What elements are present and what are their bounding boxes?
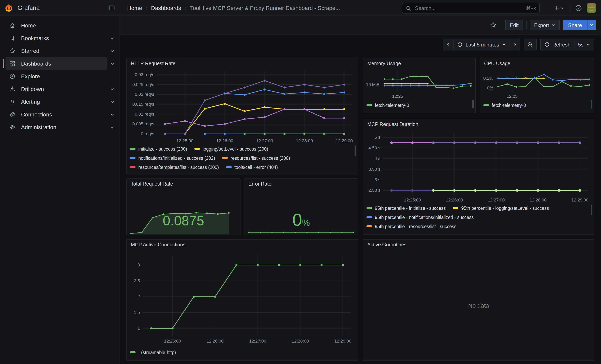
error-rate-sparkline	[245, 229, 357, 235]
legend-item[interactable]: 95th percentile - resources/list - succe…	[367, 224, 456, 229]
svg-text:2.5: 2.5	[134, 278, 140, 283]
cpu-usage-chart[interactable]: 0.2%0%12:25	[480, 69, 594, 98]
scrollbar-thumb[interactable]	[591, 205, 592, 215]
svg-text:4.50 s: 4.50 s	[369, 146, 381, 150]
sidebar-item-label: Bookmarks	[21, 35, 49, 41]
sidebar-item-alerting[interactable]: Alerting	[0, 95, 120, 108]
svg-text:0 req/s: 0 req/s	[141, 131, 154, 136]
legend-item[interactable]: initialize - success (200)	[130, 147, 187, 151]
search-input[interactable]	[414, 5, 523, 11]
legend-item[interactable]: fetch-telemetry-0	[367, 103, 409, 108]
legend-label: initialize - success (200)	[138, 147, 187, 151]
scrollbar-thumb[interactable]	[591, 100, 592, 108]
edit-button[interactable]: Edit	[505, 20, 523, 30]
sidebar-item-administration[interactable]: Administration	[0, 121, 120, 134]
panel-memory-usage: Memory Usage 16 MiB12:25 fetch-telemetry…	[363, 58, 476, 113]
avatar[interactable]	[587, 3, 596, 13]
legend-row: initialize - success (200)logging/setLev…	[130, 144, 358, 153]
legend-item[interactable]: notifications/initialized - success (202…	[130, 156, 215, 160]
share-menu-button[interactable]	[587, 20, 596, 30]
sidebar-item-home[interactable]: Home	[0, 19, 120, 32]
export-button[interactable]: Export	[530, 20, 560, 30]
legend-item[interactable]: - (streamable-http)	[130, 350, 176, 355]
mcp-active-connections-chart[interactable]: 11.522.5312:25:0012:26:0012:27:0012:28:0…	[127, 250, 358, 346]
legend-row: - (streamable-http)	[130, 348, 358, 357]
panel-title[interactable]: Active Goroutines	[363, 240, 594, 250]
angle-right-icon	[512, 42, 517, 47]
panel-title[interactable]: HTTP Request Rate	[127, 59, 358, 69]
time-forward-button[interactable]	[509, 39, 520, 50]
chevron-down-icon[interactable]	[107, 84, 117, 94]
time-range-picker[interactable]: Last 5 minutes	[453, 39, 510, 50]
legend-swatch	[483, 104, 489, 106]
home-icon	[9, 22, 16, 29]
legend-label: 95th percentile - resources/list - succe…	[375, 224, 456, 229]
sidebar-item-label: Explore	[21, 73, 40, 79]
time-back-button[interactable]	[443, 39, 453, 50]
scrollbar-thumb[interactable]	[355, 146, 356, 156]
legend-label: fetch-telemetry-0	[375, 103, 409, 108]
chevron-down-icon[interactable]	[107, 33, 117, 43]
new-menu-button[interactable]	[551, 3, 566, 13]
svg-text:0.005 req/s: 0.005 req/s	[132, 121, 154, 126]
sidebar-item-drilldown[interactable]: Drilldown	[0, 83, 120, 95]
svg-text:5 s: 5 s	[375, 135, 381, 140]
sidebar-item-starred[interactable]: Starred	[0, 45, 120, 57]
scrollbar-thumb[interactable]	[472, 100, 474, 108]
legend-item[interactable]: 95th percentile - initialize - success	[367, 206, 446, 210]
http-request-rate-chart[interactable]: 0 req/s0.005 req/s0.01 req/s0.015 req/s0…	[127, 69, 358, 144]
refresh-button[interactable]: Refresh	[540, 39, 574, 50]
panel-title[interactable]: Total Request Rate	[127, 179, 240, 189]
legend-item[interactable]: resources/list - success (200)	[222, 156, 290, 160]
panel-error-rate: Error Rate 0%	[244, 178, 358, 235]
share-button[interactable]: Share	[563, 20, 587, 30]
no-data-message: No data	[363, 250, 594, 360]
sidebar-item-dashboards[interactable]: Dashboards	[0, 57, 120, 70]
favorite-star-icon[interactable]	[488, 20, 499, 30]
stat-value: 0%	[244, 210, 358, 230]
breadcrumb: Home › Dashboards › ToolHive MCP Server …	[127, 5, 340, 11]
breadcrumb-dashboards[interactable]: Dashboards	[151, 5, 181, 11]
divider	[502, 21, 502, 29]
panel-title[interactable]: Memory Usage	[363, 59, 475, 69]
memory-legend: fetch-telemetry-0	[363, 98, 475, 112]
breadcrumb-home[interactable]: Home	[127, 5, 142, 11]
svg-text:12:28:00: 12:28:00	[530, 197, 547, 202]
panel-title[interactable]: MCP Active Connections	[127, 240, 358, 250]
chevron-down-icon[interactable]	[107, 109, 117, 120]
mcp-request-duration-chart[interactable]: 2.50 s3 s3.50 s4 s4.50 s5 s12:25:0012:26…	[363, 129, 594, 204]
chevron-down-icon[interactable]	[107, 97, 117, 107]
refresh-interval-label: 5s	[578, 41, 583, 48]
sidebar-toggle-icon[interactable]	[107, 3, 117, 13]
chevron-down-icon[interactable]	[107, 122, 117, 132]
svg-text:12:28:00: 12:28:00	[292, 339, 309, 344]
sidebar-item-explore[interactable]: Explore	[0, 70, 120, 83]
legend-item[interactable]: resources/templates/list - success (200)	[130, 165, 219, 169]
refresh-interval-picker[interactable]: 5s	[574, 39, 594, 50]
svg-text:12:25: 12:25	[392, 94, 403, 98]
legend-item[interactable]: 95th percentile - resources/templates/li…	[367, 233, 477, 234]
legend-item[interactable]: fetch-telemetry-0	[483, 103, 526, 108]
plug-icon	[9, 111, 16, 118]
panel-title[interactable]: MCP Request Duration	[363, 119, 594, 129]
legend-label: notifications/initialized - success (202…	[138, 156, 215, 160]
legend-item[interactable]: tools/call - error (404)	[226, 165, 278, 169]
chevron-down-icon[interactable]	[107, 46, 117, 56]
legend-item[interactable]: 95th percentile - notifications/initiali…	[367, 215, 474, 220]
sidebar-item-connections[interactable]: Connections	[0, 108, 120, 121]
memory_usage-svg: 16 MiB12:25	[363, 69, 475, 98]
search-box[interactable]: ⌘+k	[402, 3, 540, 13]
legend-item[interactable]: 95th percentile - logging/setLevel - suc…	[453, 206, 549, 210]
panel-title[interactable]: Error Rate	[244, 179, 358, 189]
chevron-down-icon[interactable]	[107, 59, 117, 69]
memory-usage-chart[interactable]: 16 MiB12:25	[363, 69, 475, 98]
legend-item[interactable]: logging/setLevel - success (200)	[194, 147, 268, 151]
legend-row: 95th percentile - initialize - success95…	[367, 204, 594, 213]
legend-label: 95th percentile - resources/templates/li…	[375, 233, 477, 234]
panel-mcp-active-connections: MCP Active Connections 11.522.5312:25:00…	[126, 239, 358, 361]
grafana-logo-icon[interactable]	[5, 3, 13, 12]
panel-title[interactable]: CPU Usage	[480, 59, 594, 69]
zoom-out-button[interactable]	[524, 39, 536, 50]
help-icon[interactable]: ?	[573, 3, 583, 13]
sidebar-item-bookmarks[interactable]: Bookmarks	[0, 32, 120, 45]
